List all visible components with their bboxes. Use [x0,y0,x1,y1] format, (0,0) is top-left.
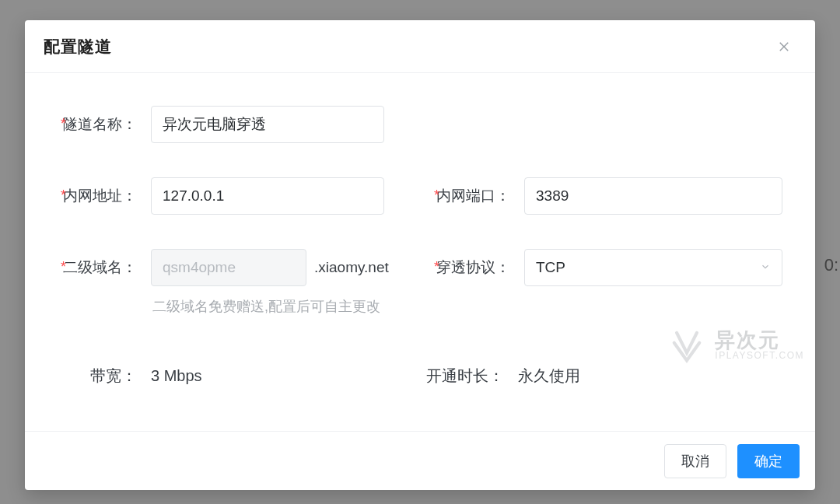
label-subdomain: 二级域名： [50,257,140,278]
watermark-text-cn: 异次元 [715,330,804,351]
field-protocol: 穿透协议： TCP [423,249,790,286]
field-duration: 开通时长： 永久使用 [417,366,784,387]
watermark-text-en: IPLAYSOFT.COM [715,351,804,361]
modal-title: 配置隧道 [44,36,112,58]
protocol-select-value: TCP [536,259,565,276]
tunnel-name-input[interactable] [151,106,384,143]
label-intranet-address: 内网地址： [50,186,140,206]
field-tunnel-name: 隧道名称： [50,106,417,143]
value-bandwidth: 3 Mbps [140,367,202,385]
watermark-logo-icon [667,325,707,366]
label-tunnel-name: 隧道名称： [50,114,140,135]
watermark: 异次元 IPLAYSOFT.COM [667,325,804,366]
chevron-down-icon [760,259,771,276]
label-duration: 开通时长： [417,366,507,387]
configure-tunnel-modal: 配置隧道 隧道名称： 内网地址： 内网端口： [25,20,815,490]
modal-footer: 取消 确定 [25,431,815,490]
cancel-button[interactable]: 取消 [664,444,726,478]
field-intranet-address: 内网地址： [50,177,417,215]
label-intranet-port: 内网端口： [423,186,513,206]
subdomain-input [151,249,306,286]
label-protocol: 穿透协议： [423,257,513,278]
field-subdomain: 二级域名： .xiaomy.net [50,249,417,286]
value-duration: 永久使用 [507,366,580,387]
intranet-address-input[interactable] [151,177,384,215]
field-bandwidth: 带宽： 3 Mbps [50,366,417,387]
background-text-fragment: 0: [824,255,838,275]
modal-body: 隧道名称： 内网地址： 内网端口： 二级域名： [25,73,815,431]
modal-header: 配置隧道 [25,20,815,73]
subdomain-suffix: .xiaomy.net [314,259,389,276]
subdomain-helper-text: 二级域名免费赠送,配置后可自主更改 [50,297,417,320]
protocol-select[interactable]: TCP [524,249,782,286]
label-bandwidth: 带宽： [50,366,140,387]
intranet-port-input[interactable] [524,177,782,215]
close-icon[interactable] [775,37,793,56]
field-intranet-port: 内网端口： [423,177,790,215]
confirm-button[interactable]: 确定 [737,444,800,478]
